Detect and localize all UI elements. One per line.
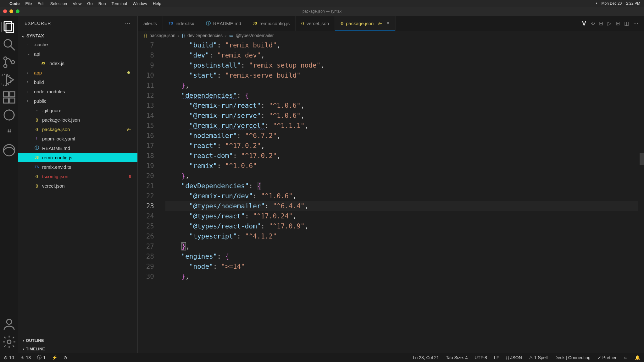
editor-tab[interactable]: ⓘREADME.md — [200, 16, 247, 31]
window-minimize-button[interactable] — [9, 9, 13, 13]
code-line[interactable]: "postinstall": "remix setup node", — [165, 60, 644, 70]
file-item[interactable]: {}package-lock.json — [18, 115, 137, 124]
menu-file[interactable]: File — [25, 1, 32, 6]
settings-gear-icon[interactable] — [2, 334, 17, 349]
explorer-more-icon[interactable]: ⋯ — [125, 20, 131, 27]
folder-item[interactable]: ›build — [18, 77, 137, 87]
status-errors[interactable]: ⊘ 10 — [4, 355, 14, 360]
code-editor[interactable]: 7891011121314151617181920212223242526272… — [138, 40, 644, 353]
window-maximize-button[interactable] — [16, 9, 19, 13]
file-item[interactable]: {}tsconfig.json6 — [18, 172, 137, 181]
extensions-icon[interactable] — [2, 90, 17, 105]
menu-selection[interactable]: Selection — [50, 1, 67, 6]
code-line[interactable]: "build": "remix build", — [165, 40, 644, 50]
code-line[interactable]: "react": "^17.0.2", — [165, 141, 644, 151]
status-encoding[interactable]: UTF-8 — [475, 355, 487, 360]
file-item[interactable]: JSremix.config.js — [18, 153, 137, 162]
edge-icon[interactable] — [2, 143, 17, 158]
timeline-section[interactable]: › TIMELINE — [18, 345, 137, 353]
source-control-icon[interactable] — [2, 55, 17, 70]
code-line[interactable]: "start": "remix-serve build" — [165, 70, 644, 80]
file-item[interactable]: JSindex.js — [18, 58, 137, 68]
activity-extra-icon[interactable] — [2, 107, 17, 123]
menubar-date[interactable]: Mon Dec 20 — [602, 1, 622, 6]
file-item[interactable]: !pnpm-lock.yaml — [18, 134, 137, 143]
code-line[interactable]: "dev": "remix dev", — [165, 50, 644, 60]
search-icon[interactable] — [2, 37, 17, 52]
window-close-button[interactable] — [3, 9, 7, 13]
code-line[interactable]: "engines": { — [165, 251, 644, 261]
vim-mode-icon[interactable]: V — [582, 20, 586, 27]
tab-action-icon[interactable]: ⟲ — [591, 20, 595, 26]
split-editor-icon[interactable]: ◫ — [624, 20, 629, 26]
menu-terminal[interactable]: Terminal — [112, 1, 127, 6]
close-icon[interactable]: × — [386, 20, 389, 26]
editor-tab[interactable]: {}package.json9+× — [335, 16, 395, 31]
explorer-icon[interactable] — [2, 19, 17, 35]
code-line[interactable]: "nodemailer": "^6.7.2", — [165, 131, 644, 141]
status-prettier[interactable]: ✓ Prettier — [597, 355, 617, 360]
folder-item[interactable]: ›public — [18, 96, 137, 106]
minimap[interactable] — [638, 65, 644, 353]
file-item[interactable]: TSremix.env.d.ts — [18, 162, 137, 172]
code-line[interactable]: "@remix-run/vercel": "^1.1.1", — [165, 121, 644, 131]
status-bell-icon[interactable]: 🔔 — [635, 355, 640, 360]
menu-view[interactable]: View — [73, 1, 81, 6]
compare-icon[interactable]: ⊞ — [616, 20, 620, 26]
file-item[interactable]: ◦.gitignore — [18, 106, 137, 115]
code-line[interactable]: "react-dom": "^17.0.2", — [165, 151, 644, 161]
project-root[interactable]: ⌄ SYNTAX — [18, 32, 137, 40]
file-item[interactable]: {}vercel.json — [18, 181, 137, 190]
status-feedback-icon[interactable]: ☺ — [624, 355, 628, 360]
code-line[interactable]: "dependencies": { — [165, 90, 644, 101]
status-tab-size[interactable]: Tab Size: 4 — [446, 355, 468, 360]
status-action[interactable]: ⚡ — [52, 355, 57, 360]
code-line[interactable]: }, — [165, 171, 644, 181]
editor-tab[interactable]: JSremix.config.js — [247, 16, 296, 31]
minimap-slider[interactable] — [640, 153, 644, 165]
status-eol[interactable]: LF — [494, 355, 499, 360]
menu-edit[interactable]: Edit — [37, 1, 44, 6]
code-line[interactable]: "@remix-run/react": "^1.0.6", — [165, 101, 644, 111]
breadcrumb-item[interactable]: package.json — [149, 33, 175, 38]
code-line[interactable]: "@types/nodemailer": "^6.4.4", — [165, 201, 644, 211]
code-line[interactable]: "typescript": "^4.1.2" — [165, 231, 644, 241]
code-line[interactable]: "@remix-run/serve": "^1.0.6", — [165, 111, 644, 121]
code-line[interactable]: }, — [165, 241, 644, 251]
window-titlebar[interactable]: package.json — syntax — [0, 7, 644, 16]
account-icon[interactable] — [2, 317, 17, 332]
status-warnings[interactable]: ⚠ 13 — [20, 355, 31, 360]
file-item[interactable]: ⓘREADME.md — [18, 143, 137, 153]
code-line[interactable]: }, — [165, 80, 644, 90]
code-line[interactable]: "node": ">=14" — [165, 261, 644, 272]
status-action[interactable]: ⊙ — [64, 355, 67, 360]
breadcrumb-item[interactable]: devDependencies — [187, 33, 223, 38]
menu-help[interactable]: Help — [153, 1, 161, 6]
status-cursor-position[interactable]: Ln 23, Col 21 — [413, 355, 439, 360]
folder-item[interactable]: ›node_modules — [18, 87, 137, 96]
folder-item[interactable]: ⌄api — [18, 49, 137, 58]
folder-item[interactable]: ›app — [18, 68, 137, 77]
status-spell[interactable]: ⚠ 1 Spell — [529, 355, 548, 360]
code-line[interactable]: "@types/react": "^17.0.24", — [165, 211, 644, 221]
status-language[interactable]: {} JSON — [506, 355, 522, 360]
menu-window[interactable]: Window — [133, 1, 147, 6]
code-line[interactable]: "devDependencies": { — [165, 181, 644, 191]
file-item[interactable]: {}package.json9+ — [18, 124, 137, 134]
breadcrumb-item[interactable]: @types/nodemailer — [236, 33, 274, 38]
quote-icon[interactable]: ❝ — [2, 125, 17, 140]
menu-go[interactable]: Go — [87, 1, 92, 6]
code-line[interactable]: "@types/react-dom": "^17.0.9", — [165, 221, 644, 231]
folder-item[interactable]: ›.cache — [18, 40, 137, 49]
more-actions-icon[interactable]: ⋯ — [633, 20, 638, 26]
tab-action-icon[interactable]: ⊟ — [599, 20, 603, 26]
editor-tab[interactable]: ailer.ts — [138, 16, 163, 31]
code-line[interactable]: "remix": "^1.0.6" — [165, 161, 644, 171]
breadcrumb[interactable]: {} package.json › {} devDependencies › ▭… — [138, 31, 644, 40]
editor-tab[interactable]: TSindex.tsx — [163, 16, 200, 31]
app-menu[interactable]: Code — [9, 1, 20, 6]
code-line[interactable]: }, — [165, 272, 644, 282]
status-info[interactable]: ⓘ 1 — [37, 355, 46, 360]
menu-run[interactable]: Run — [98, 1, 106, 6]
tab-action-icon[interactable]: ▷ — [608, 20, 611, 26]
